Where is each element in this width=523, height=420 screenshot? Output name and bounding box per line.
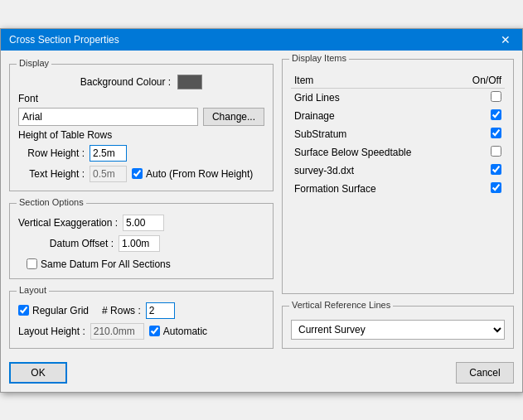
title-bar: Cross Section Properties ✕ [1, 29, 522, 51]
item-checkbox[interactable] [491, 164, 501, 175]
row-height-row: Row Height : [18, 145, 264, 162]
text-height-label: Text Height : [18, 168, 85, 180]
datum-offset-input[interactable] [119, 235, 160, 252]
ok-button[interactable]: OK [9, 362, 67, 384]
display-group: Display Background Colour : Font Change.… [9, 64, 274, 191]
item-name: Surface Below Speedtable [291, 143, 457, 162]
dialog-title: Cross Section Properties [9, 34, 119, 46]
text-height-input [90, 166, 127, 182]
dialog-window: Cross Section Properties ✕ Display Backg… [0, 28, 523, 393]
regular-grid-label[interactable]: Regular Grid [18, 305, 89, 316]
table-row: Surface Below Speedtable [291, 143, 505, 162]
automatic-checkbox[interactable] [149, 326, 160, 336]
col-onoff-header: On/Off [457, 73, 505, 89]
row-height-group-label: Height of Table Rows [18, 129, 112, 141]
item-onoff-cell [457, 180, 505, 198]
layout-group: Layout Regular Grid # Rows : Layout Heig… [9, 291, 274, 349]
automatic-label[interactable]: Automatic [149, 326, 207, 337]
item-onoff-cell [457, 143, 505, 162]
layout-row1: Regular Grid # Rows : [18, 302, 264, 319]
item-onoff-cell [457, 162, 505, 180]
row-height-input[interactable] [90, 145, 127, 162]
font-group-label: Font [18, 93, 38, 104]
layout-group-label: Layout [17, 285, 49, 295]
auto-label: Auto (From Row Height) [146, 168, 253, 180]
regular-grid-text: Regular Grid [32, 305, 89, 316]
bg-colour-label: Background Colour : [80, 76, 171, 88]
vref-group: Vertical Reference Lines Current Survey [282, 306, 514, 349]
font-input[interactable] [18, 108, 198, 126]
bg-colour-swatch[interactable] [177, 75, 202, 89]
text-height-row: Text Height : Auto (From Row Height) [18, 166, 264, 182]
table-row: Drainage [291, 107, 505, 125]
section-options-group: Section Options Vertical Exaggeration : … [9, 203, 274, 279]
left-panel: Display Background Colour : Font Change.… [9, 59, 282, 349]
font-row: Change... [18, 108, 264, 126]
item-name: Grid Lines [291, 88, 457, 107]
auto-checkbox[interactable] [132, 168, 143, 179]
item-checkbox[interactable] [491, 128, 501, 138]
close-button[interactable]: ✕ [497, 34, 514, 46]
layout-height-input [90, 323, 144, 340]
row-height-label: Row Height : [18, 147, 85, 159]
vert-exag-row: Vertical Exaggeration : [18, 215, 264, 231]
layout-height-label: Layout Height : [18, 326, 85, 337]
item-name: Formation Surface [291, 180, 457, 198]
font-group: Font Change... [18, 93, 264, 126]
table-row: survey-3d.dxt [291, 162, 505, 180]
item-checkbox[interactable] [491, 109, 501, 120]
item-onoff-cell [457, 107, 505, 125]
layout-row2: Layout Height : Automatic [18, 323, 264, 340]
same-datum-label: Same Datum For All Sections [41, 258, 171, 270]
dialog-footer: OK Cancel [1, 357, 522, 392]
display-items-label: Display Items [289, 53, 349, 63]
section-options-label: Section Options [17, 197, 86, 207]
vert-exag-input[interactable] [123, 215, 164, 231]
item-onoff-cell [457, 88, 505, 107]
datum-offset-label: Datum Offset : [18, 238, 114, 249]
display-group-label: Display [17, 58, 51, 68]
change-button[interactable]: Change... [203, 108, 264, 126]
regular-grid-checkbox[interactable] [18, 305, 29, 316]
vert-exag-label: Vertical Exaggeration : [18, 217, 118, 229]
display-items-group: Display Items Item On/Off Grid LinesDrai… [282, 59, 514, 294]
vref-label: Vertical Reference Lines [289, 300, 393, 310]
item-name: SubStratum [291, 125, 457, 143]
same-datum-checkbox[interactable] [27, 258, 37, 269]
dialog-body: Display Background Colour : Font Change.… [1, 51, 522, 357]
rows-input[interactable] [146, 302, 175, 319]
auto-checkbox-label[interactable]: Auto (From Row Height) [132, 168, 253, 180]
item-name: survey-3d.dxt [291, 162, 457, 180]
item-checkbox[interactable] [491, 182, 501, 193]
table-row: SubStratum [291, 125, 505, 143]
table-row: Grid Lines [291, 88, 505, 107]
same-datum-row: Same Datum For All Sections [27, 258, 264, 270]
right-panel: Display Items Item On/Off Grid LinesDrai… [282, 59, 514, 349]
vref-select[interactable]: Current Survey [291, 320, 505, 340]
items-table: Item On/Off Grid LinesDrainageSubStratum… [291, 73, 505, 198]
col-item-header: Item [291, 73, 457, 89]
item-checkbox[interactable] [491, 91, 501, 102]
row-height-group: Height of Table Rows Row Height : Text H… [18, 129, 264, 182]
item-name: Drainage [291, 107, 457, 125]
item-onoff-cell [457, 125, 505, 143]
rows-label: # Rows : [102, 305, 141, 316]
bg-colour-row: Background Colour : [18, 75, 264, 89]
datum-offset-row: Datum Offset : [18, 235, 264, 252]
cancel-button[interactable]: Cancel [456, 362, 514, 384]
item-checkbox[interactable] [491, 146, 501, 157]
automatic-text: Automatic [163, 326, 207, 337]
table-row: Formation Surface [291, 180, 505, 198]
